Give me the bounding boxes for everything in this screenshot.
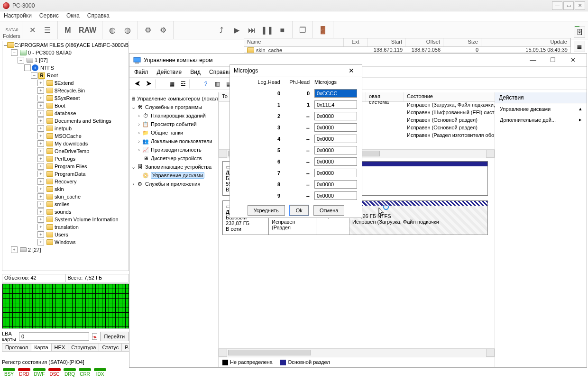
pause-icon[interactable]: ❚❚ xyxy=(261,24,273,36)
folder-node[interactable]: MSOCache xyxy=(55,133,82,139)
mj-value-input[interactable] xyxy=(314,146,357,154)
nav-utilities[interactable]: Служебные программы xyxy=(145,104,202,110)
binoculars-icon[interactable]: M xyxy=(62,24,74,36)
tw[interactable]: + xyxy=(37,133,44,139)
tw[interactable]: + xyxy=(37,110,44,117)
mj-value-input[interactable] xyxy=(314,169,357,177)
center-hscroll[interactable] xyxy=(219,348,495,357)
chevron-right-icon[interactable]: › xyxy=(130,181,136,187)
chevron-right-icon[interactable]: › xyxy=(136,147,142,153)
folder-node[interactable]: skin_cache xyxy=(55,194,81,200)
vol-state[interactable]: Исправен (Раздел изготовителя оборудован… xyxy=(404,132,495,140)
nav-scheduler[interactable]: Планировщик заданий xyxy=(151,113,206,118)
actions-item-more[interactable]: Дополнительные дей...▸ xyxy=(495,114,587,125)
mj-value-input[interactable] xyxy=(314,157,357,166)
folder-node[interactable]: $Recycle.Bin xyxy=(55,88,85,93)
nav-devmgr[interactable]: Диспетчер устройств xyxy=(151,155,202,161)
export-icon[interactable]: ⤴ xyxy=(215,24,228,36)
stop-icon[interactable]: ■ xyxy=(276,24,288,36)
tw[interactable]: + xyxy=(37,224,44,230)
help-icon[interactable]: ? xyxy=(201,79,211,89)
nav-root[interactable]: Управление компьютером (локальный) xyxy=(137,96,219,101)
folder-node[interactable]: Windows xyxy=(55,239,76,245)
mgmt-close-button[interactable]: ✕ xyxy=(563,54,583,66)
view-list-icon[interactable]: ☲ xyxy=(178,79,188,89)
db-icon[interactable]: 🗄 xyxy=(574,27,585,38)
menu-service[interactable]: Сервис xyxy=(39,12,59,19)
mgmt-navtree[interactable]: 🖥Управление компьютером (локальный) ⌄🛠Сл… xyxy=(129,92,219,367)
file-name[interactable]: skin_cache xyxy=(256,47,282,53)
folder-node[interactable]: Users xyxy=(55,232,68,237)
sector-bitmap[interactable] xyxy=(2,283,144,329)
vol-state[interactable]: Исправен (Основной раздел) xyxy=(404,125,495,132)
bottom-tab-4[interactable]: Статус xyxy=(99,344,122,352)
cyl-add-icon[interactable]: ◍ xyxy=(106,24,119,36)
mj-titlebar[interactable]: Microjogs ✕ xyxy=(230,65,362,76)
mj-ok-button[interactable]: Ok xyxy=(290,205,309,216)
folder-node[interactable]: OneDriveTemp xyxy=(55,148,89,154)
mj-value-input[interactable] xyxy=(314,191,357,200)
actions-item-diskmgmt[interactable]: Управление дисками▴ xyxy=(495,103,587,114)
folder-node[interactable]: Recovery xyxy=(55,179,76,184)
bottom-tab-2[interactable]: HEX xyxy=(51,344,69,352)
chevron-right-icon[interactable]: › xyxy=(136,113,142,118)
nav-forward-icon[interactable]: ⮞ xyxy=(144,79,154,89)
tw[interactable]: – xyxy=(18,57,24,64)
tree-root[interactable]: 0 - PC3000 SATA0 xyxy=(28,50,72,55)
col-size[interactable]: Size xyxy=(443,38,481,46)
folder-node[interactable]: sounds xyxy=(55,209,71,215)
mgmt-min-button[interactable]: — xyxy=(523,54,543,66)
nav-perf[interactable]: Производительность xyxy=(151,147,202,153)
folder-node[interactable]: $Extend xyxy=(55,80,74,86)
mj-average-button[interactable]: Усреднить xyxy=(248,205,285,216)
tw[interactable]: – xyxy=(11,49,18,56)
bottom-tab-1[interactable]: Карта xyxy=(31,344,51,352)
chevron-right-icon[interactable]: › xyxy=(136,130,142,136)
folder-node[interactable]: PerfLogs xyxy=(55,156,75,162)
tw[interactable]: + xyxy=(37,178,44,185)
mgmt-menu-action[interactable]: Действие xyxy=(157,69,182,75)
chevron-right-icon[interactable]: › xyxy=(136,121,142,127)
bottom-tab-3[interactable]: Структура xyxy=(68,344,99,352)
tw[interactable]: – xyxy=(24,64,31,71)
nav-users[interactable]: Локальные пользователи xyxy=(151,138,212,144)
menu-windows[interactable]: Окна xyxy=(66,12,80,19)
gears2-icon[interactable]: ⚙ xyxy=(157,24,169,36)
tw[interactable]: + xyxy=(37,95,44,101)
cascade-icon[interactable]: ❐ xyxy=(296,24,309,36)
chevron-down-icon[interactable]: ⌄ xyxy=(130,104,136,110)
tw[interactable]: + xyxy=(37,239,44,245)
col-offset[interactable]: Offset xyxy=(405,38,443,46)
col-update[interactable]: Update xyxy=(481,38,570,46)
cyl-list-icon[interactable]: ◍ xyxy=(121,24,134,36)
mgmt-menu-file[interactable]: Файл xyxy=(134,69,148,75)
tw[interactable]: + xyxy=(37,231,44,238)
folder-tree-panel[interactable]: – C:\PROGRAM FILES (X86)\ACE LAB\PC-3000… xyxy=(2,41,129,271)
root-label[interactable]: Root xyxy=(47,73,58,78)
vol-col-2[interactable]: овая система xyxy=(366,92,404,101)
tw[interactable]: + xyxy=(37,148,44,154)
exit-icon[interactable]: 🚪 xyxy=(317,24,329,36)
vol-col-3[interactable]: Состояние xyxy=(404,92,495,101)
vol-state[interactable]: Исправен (Шифрованный (EFI) системный xyxy=(404,109,495,117)
folder-node[interactable]: $SysReset xyxy=(55,95,80,101)
tools-icon[interactable]: ✕ xyxy=(26,24,38,36)
tw[interactable]: + xyxy=(37,87,44,94)
tree-part-1[interactable]: 1 [07] xyxy=(35,57,48,63)
nav-shares[interactable]: Общие папки xyxy=(151,130,183,136)
folder-node[interactable]: skin xyxy=(55,186,64,192)
tw[interactable]: + xyxy=(37,201,44,208)
nav-back-icon[interactable]: ⮜ xyxy=(132,79,143,89)
mgmt-menu-view[interactable]: Вид xyxy=(190,69,201,75)
folder-node[interactable]: My downloads xyxy=(55,141,88,146)
tw[interactable]: + xyxy=(37,102,44,109)
folder-node[interactable]: Boot xyxy=(55,103,65,109)
main-close-button[interactable]: ✕ xyxy=(575,1,585,10)
bottom-tab-0[interactable]: Протокол xyxy=(2,344,31,352)
nav-diskmgmt[interactable]: Управление дисками xyxy=(151,172,204,179)
lba-marker-icon[interactable]: ◦▸ xyxy=(92,333,97,340)
nav-storage[interactable]: Запоминающие устройства xyxy=(145,164,211,170)
main-min-button[interactable]: — xyxy=(552,1,562,10)
folder-node[interactable]: translation xyxy=(55,224,79,230)
folder-node[interactable]: inetpub xyxy=(55,126,72,131)
